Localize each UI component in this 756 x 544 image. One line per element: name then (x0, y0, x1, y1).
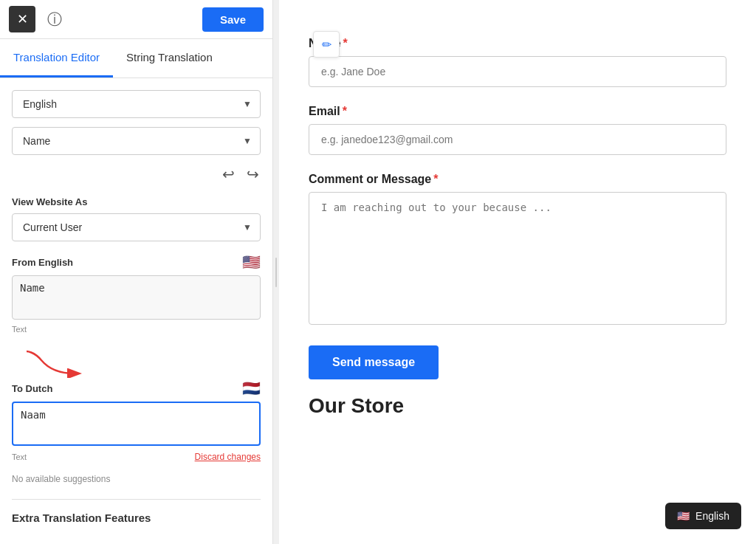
tab-string-translation[interactable]: String Translation (113, 39, 226, 78)
from-english-textarea[interactable]: Name (12, 275, 261, 320)
string-select[interactable]: Name Email Comment or Message (12, 127, 261, 155)
top-bar: ✕ ⓘ Save (0, 0, 272, 39)
send-message-button[interactable]: Send message (309, 345, 439, 379)
undo-redo-bar: ↩ ↪ (12, 164, 261, 185)
name-form-group: Name* (309, 37, 726, 87)
panel-divider (273, 0, 279, 544)
from-english-type: Text (12, 325, 261, 334)
from-english-title: From English (12, 257, 73, 268)
save-button[interactable]: Save (202, 7, 264, 32)
arrow-indicator (19, 345, 261, 378)
close-button[interactable]: ✕ (9, 6, 35, 32)
from-english-section: From English 🇺🇸 Name Text (12, 253, 261, 334)
language-select[interactable]: English Dutch French German Spanish (12, 90, 261, 118)
lang-flag-icon: 🇺🇸 (677, 510, 690, 522)
store-title: Our Store (309, 394, 726, 418)
language-dropdown-wrap: English Dutch French German Spanish ▼ (12, 90, 261, 118)
undo-button[interactable]: ↩ (221, 164, 236, 185)
email-label: Email* (309, 105, 726, 118)
to-dutch-type: Text (12, 452, 27, 461)
tabs-bar: Translation Editor String Translation (0, 39, 272, 78)
email-form-group: Email* (309, 105, 726, 155)
tab-translation-editor[interactable]: Translation Editor (0, 39, 113, 78)
message-label: Comment or Message* (309, 173, 726, 186)
redo-button[interactable]: ↪ (245, 164, 261, 185)
extra-translation-title: Extra Translation Features (12, 512, 261, 524)
name-required-star: * (343, 37, 348, 49)
discard-changes-link[interactable]: Discard changes (195, 452, 261, 462)
pencil-edit-button[interactable]: ✏ (313, 31, 340, 58)
view-website-section: View Website As Current User Guest Admin… (12, 196, 261, 241)
to-dutch-section: To Dutch 🇳🇱 Naam Text Discard changes (12, 379, 261, 462)
right-panel: ✏ Name* Email* Comment or Message* Send … (279, 0, 756, 544)
extra-translation-section: Extra Translation Features (12, 499, 261, 524)
message-required-star: * (433, 173, 438, 185)
name-input[interactable] (309, 56, 726, 87)
to-dutch-textarea[interactable]: Naam (12, 402, 261, 446)
nl-flag-icon: 🇳🇱 (242, 379, 261, 397)
to-dutch-header: To Dutch 🇳🇱 (12, 379, 261, 397)
pencil-icon: ✏ (322, 38, 331, 52)
message-form-group: Comment or Message* (309, 173, 726, 328)
red-arrow-svg (19, 345, 86, 378)
from-english-header: From English 🇺🇸 (12, 253, 261, 271)
us-flag-icon: 🇺🇸 (242, 253, 261, 271)
current-user-dropdown-wrap: Current User Guest Admin ▼ (12, 213, 261, 241)
lang-switcher-label: English (695, 510, 729, 522)
message-textarea[interactable] (309, 192, 726, 325)
left-panel: ✕ ⓘ Save Translation Editor String Trans… (0, 0, 273, 544)
to-dutch-title: To Dutch (12, 383, 52, 394)
info-button[interactable]: ⓘ (41, 6, 68, 32)
name-label: Name* (309, 37, 726, 50)
suggestions-text: No available suggestions (12, 474, 261, 484)
string-dropdown-wrap: Name Email Comment or Message ▼ (12, 127, 261, 155)
language-switcher[interactable]: 🇺🇸 English (665, 503, 741, 529)
email-input[interactable] (309, 124, 726, 155)
view-website-label: View Website As (12, 196, 261, 207)
email-required-star: * (343, 105, 347, 117)
panel-content: English Dutch French German Spanish ▼ Na… (0, 78, 272, 544)
current-user-select[interactable]: Current User Guest Admin (12, 213, 261, 241)
